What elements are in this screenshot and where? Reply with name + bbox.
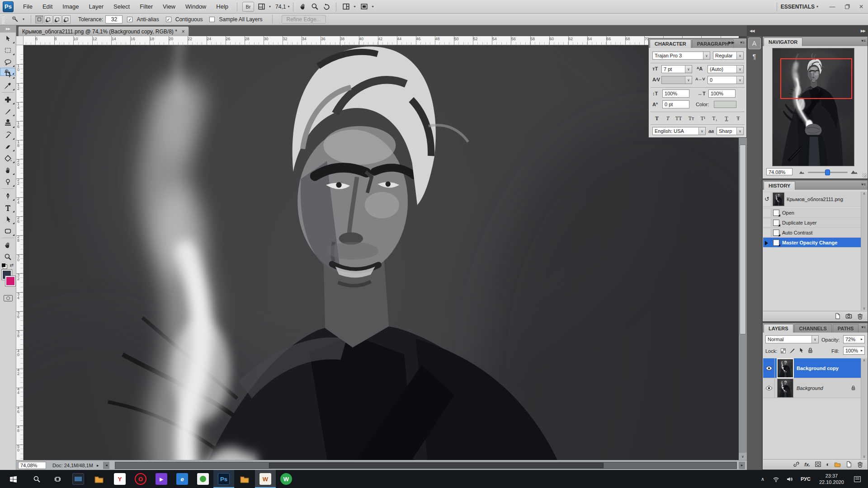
zoom-level-control[interactable]: 74,1 ▾ bbox=[275, 4, 289, 10]
all-caps-button[interactable]: TT bbox=[673, 114, 684, 123]
layer-thumbnail[interactable] bbox=[778, 379, 793, 397]
new-snapshot-icon[interactable] bbox=[845, 313, 852, 319]
new-selection-button[interactable] bbox=[35, 15, 43, 23]
dodge-tool[interactable] bbox=[0, 176, 15, 188]
healing-brush-tool[interactable] bbox=[0, 94, 15, 105]
app-logo[interactable]: Ps bbox=[3, 1, 14, 12]
brush-tool[interactable] bbox=[0, 105, 15, 117]
intersect-selection-button[interactable] bbox=[62, 15, 71, 23]
scroll-right-icon[interactable]: ▸ bbox=[739, 462, 745, 469]
crop-tool[interactable] bbox=[0, 68, 15, 80]
horizontal-scroll-thumb[interactable] bbox=[269, 463, 604, 468]
tab-layers[interactable]: LAYERS bbox=[764, 324, 793, 333]
taskbar-app-opera[interactable]: O bbox=[130, 470, 151, 488]
path-selection-tool[interactable] bbox=[0, 213, 15, 225]
tracking-select[interactable]: 0 ∨ bbox=[708, 76, 744, 84]
start-button[interactable] bbox=[0, 470, 26, 488]
eraser-tool[interactable] bbox=[0, 141, 15, 152]
adjustment-layer-icon[interactable]: ◐ bbox=[826, 461, 830, 468]
menu-view[interactable]: View bbox=[158, 0, 180, 14]
scroll-down-icon[interactable]: ∨ bbox=[863, 455, 866, 459]
horizontal-scale-input[interactable]: 100% bbox=[708, 89, 736, 98]
history-step-duplicate-layer[interactable]: Duplicate Layer bbox=[763, 218, 861, 228]
new-layer-icon[interactable] bbox=[845, 461, 852, 468]
layer-visibility-toggle[interactable] bbox=[763, 358, 775, 378]
history-scrollbar[interactable]: ∧ ∨ bbox=[861, 192, 867, 310]
history-source-checkbox[interactable] bbox=[763, 239, 771, 247]
background-color-swatch[interactable] bbox=[5, 276, 15, 286]
shape-tool[interactable] bbox=[0, 225, 15, 237]
lock-transparency-icon[interactable] bbox=[780, 347, 786, 354]
faux-italic-button[interactable]: T bbox=[662, 114, 673, 123]
rotate-view-icon[interactable] bbox=[321, 2, 331, 12]
ruler-horizontal[interactable]: 6810121416182022242628303234363840424446… bbox=[24, 36, 739, 45]
panel-menu-icon[interactable]: ▾≡ bbox=[861, 182, 866, 187]
taskbar-app-folder2[interactable] bbox=[234, 470, 255, 488]
tray-chevron-icon[interactable]: ∧ bbox=[756, 476, 769, 482]
subtract-from-selection-button[interactable] bbox=[53, 15, 61, 23]
action-center-button[interactable] bbox=[849, 470, 866, 488]
new-group-icon[interactable] bbox=[834, 461, 841, 468]
workspace-switcher[interactable]: ESSENTIALS ▾ bbox=[781, 4, 818, 10]
vertical-scroll-thumb[interactable] bbox=[740, 145, 746, 334]
new-document-from-state-icon[interactable] bbox=[834, 313, 841, 319]
leading-select[interactable]: (Auto) ∨ bbox=[708, 65, 744, 73]
collapse-dock-icon[interactable]: ◀◀ bbox=[750, 29, 754, 33]
menu-filter[interactable]: Filter bbox=[135, 0, 158, 14]
language-indicator[interactable]: РУС bbox=[797, 476, 815, 482]
history-source-checkbox[interactable] bbox=[763, 219, 771, 227]
menu-image[interactable]: Image bbox=[57, 0, 84, 14]
layer-visibility-toggle[interactable] bbox=[763, 378, 775, 398]
view-extras-button[interactable]: ▾ bbox=[255, 2, 271, 12]
restore-button[interactable] bbox=[840, 2, 854, 12]
scroll-left-icon[interactable]: ◂ bbox=[103, 462, 109, 469]
scroll-down-icon[interactable]: ∨ bbox=[863, 306, 866, 310]
navigator-proxy-rectangle[interactable] bbox=[780, 58, 852, 99]
eyedropper-tool[interactable] bbox=[0, 80, 15, 91]
lock-pixels-icon[interactable] bbox=[789, 347, 796, 354]
kerning-select[interactable]: ∨ bbox=[661, 76, 692, 84]
screen-mode-button[interactable]: ▾ bbox=[358, 2, 373, 12]
history-source-checkbox[interactable] bbox=[763, 229, 771, 237]
superscript-button[interactable]: T¹ bbox=[698, 114, 708, 123]
taskbar-app-yandex[interactable]: Y bbox=[109, 470, 130, 488]
navigator-zoom-slider[interactable] bbox=[808, 172, 848, 173]
panel-menu-icon[interactable]: ▾≡ bbox=[740, 40, 745, 45]
layer-name[interactable]: Background copy bbox=[797, 366, 839, 371]
smudge-tool[interactable] bbox=[0, 164, 15, 176]
ruler-vertical[interactable]: 1012141618202224262830323436384042444648… bbox=[16, 45, 24, 460]
close-button[interactable]: × bbox=[854, 2, 868, 12]
spinner-icon[interactable]: ▸ bbox=[861, 336, 863, 343]
paint-bucket-tool[interactable] bbox=[0, 152, 15, 164]
document-tab[interactable]: Крымов_облога2111.png @ 74,1% (Backgroun… bbox=[18, 26, 189, 36]
minimize-button[interactable]: — bbox=[826, 2, 839, 12]
status-options-icon[interactable]: ▸ bbox=[97, 463, 99, 468]
underline-button[interactable]: T bbox=[721, 114, 732, 123]
zoom-tool-icon[interactable] bbox=[310, 2, 320, 12]
network-icon[interactable] bbox=[769, 476, 783, 483]
menu-layer[interactable]: Layer bbox=[84, 0, 109, 14]
menu-file[interactable]: File bbox=[18, 0, 38, 14]
taskbar-search-button[interactable] bbox=[26, 470, 47, 488]
opacity-input[interactable]: 72% ▸ bbox=[843, 335, 865, 343]
close-document-icon[interactable]: × bbox=[182, 28, 185, 35]
task-view-button[interactable] bbox=[47, 470, 68, 488]
expand-dock-icon[interactable]: ▶▶ bbox=[861, 29, 865, 33]
taskbar-clock[interactable]: 23:37 22.10.2020 bbox=[815, 473, 849, 485]
panel-resize-grip[interactable] bbox=[862, 173, 867, 178]
font-style-select[interactable]: Regular ∨ bbox=[713, 52, 744, 60]
small-caps-button[interactable]: Tᴛ bbox=[686, 114, 697, 123]
zoom-slider-thumb[interactable] bbox=[825, 169, 830, 175]
add-layer-mask-icon[interactable] bbox=[815, 461, 821, 468]
font-size-select[interactable]: 7 pt ∨ bbox=[661, 65, 692, 73]
menu-edit[interactable]: Edit bbox=[38, 0, 57, 14]
tab-channels[interactable]: CHANNELS bbox=[794, 324, 832, 333]
lock-position-icon[interactable] bbox=[798, 347, 805, 354]
anti-alias-checkbox[interactable]: ✓ bbox=[127, 17, 132, 22]
layer-thumbnail[interactable] bbox=[778, 359, 793, 377]
faux-bold-button[interactable]: T bbox=[651, 114, 662, 123]
pen-tool[interactable] bbox=[0, 190, 15, 202]
tab-navigator[interactable]: NAVIGATOR bbox=[764, 38, 802, 46]
arrange-documents-button[interactable]: ▾ bbox=[340, 2, 355, 12]
strikethrough-button[interactable]: Ŧ bbox=[733, 114, 744, 123]
